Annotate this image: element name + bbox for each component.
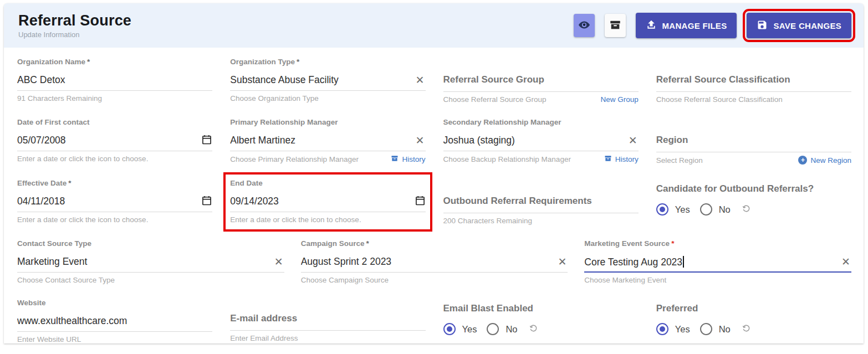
candidate-radio-group: Yes No [656, 203, 851, 216]
radio-label-yes: Yes [675, 324, 690, 335]
organization-name-field: Organization Name* ABC Detox 91 Characte… [17, 58, 212, 104]
plus-icon: + [798, 156, 807, 165]
organization-name-input[interactable]: ABC Detox [17, 72, 212, 91]
manage-files-label: MANAGE FILES [662, 21, 727, 30]
field-label: Email Blast Enabled [443, 303, 639, 314]
save-changes-button[interactable]: SAVE CHANGES [747, 13, 851, 38]
history-icon [391, 155, 399, 164]
helper-text: Choose Marketing Event [584, 276, 666, 284]
marketing-event-source-input[interactable]: Core Testing Aug 2023 ✕ [584, 254, 851, 273]
helper-text: Choose Referral Source Classification [656, 95, 783, 104]
email-address-input[interactable] [230, 324, 425, 331]
helper-text: Choose Referral Source Group [443, 95, 547, 104]
website-input[interactable]: www.exulthealthcare.com [17, 313, 212, 332]
form-row-4: Contact Source Type Marketing Event ✕ Ch… [17, 239, 851, 284]
save-icon [757, 19, 768, 32]
clear-icon[interactable]: ✕ [556, 256, 568, 267]
preview-button[interactable] [574, 14, 595, 37]
email-blast-no-radio[interactable] [487, 323, 499, 335]
organization-type-field: Organization Type* Substance Abuse Facil… [230, 58, 425, 104]
candidate-yes-radio[interactable] [656, 203, 668, 216]
required-marker: * [68, 179, 71, 187]
field-label: Secondary Relationship Manager [443, 118, 639, 127]
organization-type-input[interactable]: Substance Abuse Facility ✕ [230, 72, 425, 91]
history-icon [604, 155, 612, 164]
effective-date-input[interactable]: 04/11/2018 [17, 193, 212, 212]
primary-relationship-manager-field: Primary Relationship Manager Albert Mart… [230, 118, 425, 165]
secondary-relationship-manager-input[interactable]: Joshua (staging) ✕ [443, 132, 639, 151]
page-subtitle: Update Information [18, 30, 131, 39]
email-blast-yes-radio[interactable] [443, 323, 456, 335]
new-region-link[interactable]: + New Region [798, 156, 851, 165]
preferred-no-radio[interactable] [700, 323, 712, 335]
candidate-no-radio[interactable] [700, 203, 712, 216]
helper-text: Select Region [656, 156, 703, 165]
referral-source-group-input[interactable] [443, 85, 639, 92]
field-label: Campaign Source [301, 239, 365, 248]
page-title: Referral Source [18, 12, 131, 29]
contact-source-type-field: Contact Source Type Marketing Event ✕ Ch… [17, 239, 284, 284]
field-label: Organization Type [230, 58, 295, 66]
region-input[interactable] [656, 146, 851, 152]
form-row-1: Organization Name* ABC Detox 91 Characte… [17, 58, 851, 104]
required-marker: * [87, 58, 90, 66]
primary-relationship-manager-input[interactable]: Albert Martinez ✕ [230, 132, 425, 151]
referral-source-classification-input[interactable] [656, 85, 851, 92]
archive-button[interactable] [605, 14, 626, 37]
calendar-icon[interactable] [415, 195, 426, 208]
referral-source-classification-field: Referral Source Classification Choose Re… [656, 74, 851, 104]
manage-files-button[interactable]: MANAGE FILES [636, 13, 737, 38]
campaign-source-input[interactable]: August Sprint 2 2023 ✕ [301, 254, 568, 273]
helper-text: Choose Primary Relationship Manager [230, 155, 359, 163]
field-label: Contact Source Type [17, 239, 284, 248]
calendar-icon[interactable] [201, 134, 212, 147]
email-address-field: E-mail address Enter Email Address [230, 313, 425, 343]
email-blast-radio-group: Yes No [443, 322, 639, 336]
date-of-first-contact-input[interactable]: 05/07/2008 [17, 132, 212, 151]
helper-text: 91 Characters Remaining [17, 94, 102, 102]
field-label: Outbound Referral Requirements [443, 196, 639, 207]
form-body: Organization Name* ABC Detox 91 Characte… [4, 48, 864, 343]
primary-manager-history-link[interactable]: History [391, 155, 425, 164]
clear-icon[interactable]: ✕ [627, 135, 639, 146]
candidate-for-outbound-referrals-field: Candidate for Outbound Referrals? Yes No [656, 183, 851, 225]
field-label: Referral Source Classification [656, 74, 851, 85]
clear-icon[interactable]: ✕ [415, 135, 426, 146]
helper-text: 200 Characters Remaining [443, 217, 533, 225]
header-actions: MANAGE FILES SAVE CHANGES [574, 13, 851, 38]
calendar-icon[interactable] [201, 195, 212, 208]
outbound-referral-requirements-input[interactable] [443, 207, 639, 213]
field-label: Organization Name [17, 58, 85, 66]
clear-icon[interactable]: ✕ [840, 256, 851, 267]
clear-icon[interactable]: ✕ [415, 75, 426, 85]
undo-icon[interactable] [528, 322, 539, 336]
helper-text: Enter a date or click the icon to choose… [17, 216, 148, 224]
end-date-field: End Date 09/14/2023 Enter a date or clic… [230, 179, 425, 225]
undo-icon[interactable] [741, 203, 752, 216]
preferred-radio-group: Yes No [656, 322, 851, 336]
required-marker: * [297, 58, 299, 66]
field-label: Effective Date [17, 179, 67, 187]
helper-text: Choose Organization Type [230, 94, 319, 102]
upload-icon [646, 19, 657, 32]
referral-source-card: Referral Source Update Information MANAG… [4, 3, 864, 343]
preferred-yes-radio[interactable] [656, 323, 668, 335]
radio-label-yes: Yes [462, 324, 477, 335]
required-marker: * [671, 239, 674, 248]
secondary-manager-history-link[interactable]: History [604, 155, 639, 164]
website-field: Website www.exulthealthcare.com Enter We… [17, 299, 212, 343]
clear-icon[interactable]: ✕ [273, 256, 284, 267]
end-date-input[interactable]: 09/14/2023 [230, 193, 425, 212]
field-label: Region [656, 135, 851, 146]
preferred-field: Preferred Yes No [656, 303, 851, 343]
page-header: Referral Source Update Information MANAG… [4, 3, 864, 48]
undo-icon[interactable] [741, 322, 752, 336]
referral-source-group-field: Referral Source Group Choose Referral So… [443, 74, 639, 104]
new-group-link[interactable]: New Group [600, 95, 638, 104]
form-row-5: Website www.exulthealthcare.com Enter We… [17, 299, 851, 343]
contact-source-type-input[interactable]: Marketing Event ✕ [17, 254, 284, 273]
text-cursor [683, 256, 684, 268]
field-label: Marketing Event Source [584, 239, 670, 248]
archive-icon [609, 19, 621, 33]
helper-text: Enter a date or click the icon to choose… [17, 155, 148, 163]
